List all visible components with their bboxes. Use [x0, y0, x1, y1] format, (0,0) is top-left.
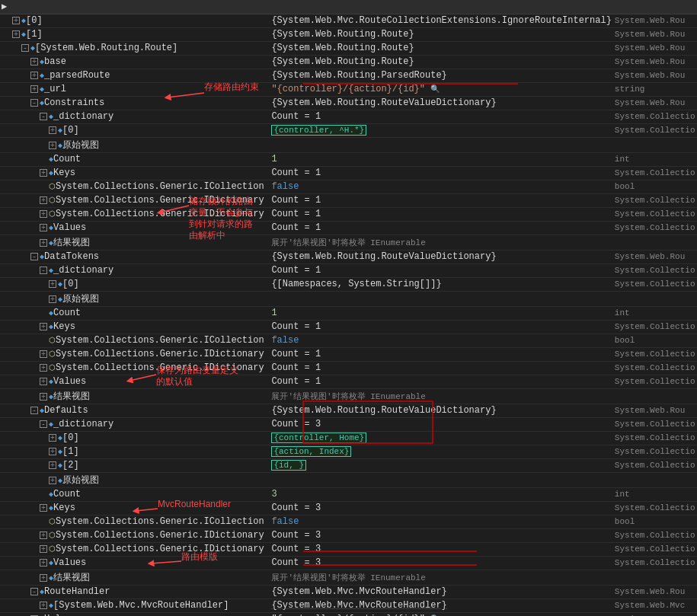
row-name: System.Collections.Generic.IDictionary [56, 349, 264, 359]
expand-icon[interactable] [40, 420, 47, 428]
row-name: RouteHandler [44, 586, 110, 597]
magnifier-icon[interactable]: 🔍 [430, 85, 440, 94]
expand-icon[interactable] [40, 196, 47, 204]
expand-icon[interactable] [40, 210, 47, 218]
table-row: ◆base{System.Web.Routing.Route}System.We… [0, 55, 697, 69]
expand-icon[interactable] [49, 126, 56, 134]
table-row: ◆结果视图展开'结果视图'时将枚举 IEnumerable [0, 570, 697, 585]
row-name-cell: ◆Defaults [0, 404, 270, 417]
expand-icon[interactable] [40, 113, 47, 120]
row-name-cell: ⬡System.Collections.Generic.IDictionary [0, 193, 270, 207]
row-name: [2] [62, 460, 79, 471]
expand-icon[interactable] [40, 504, 47, 512]
row-type-cell: System.Collectio [613, 528, 697, 542]
expand-icon[interactable] [49, 280, 56, 288]
expand-icon[interactable] [30, 588, 38, 595]
table-row: ◆[2]{id, }System.Collectio [0, 458, 697, 472]
expand-icon[interactable] [40, 364, 47, 372]
row-value-cell: Count = 3 [270, 556, 612, 570]
table-row: ◆[0]{[Namespaces, System.String[]]}Syste… [0, 277, 697, 291]
row-type-cell: System.Web.Rou [613, 69, 697, 82]
row-name-cell: ◆Constraints [0, 96, 270, 110]
row-name: Keys [53, 321, 75, 332]
row-name-cell: ⬡System.Collections.Generic.IDictionary [0, 207, 270, 221]
row-type-cell: System.Collectio [613, 458, 697, 472]
row-name-cell: ◆[1] [0, 445, 270, 458]
expand-icon[interactable] [40, 393, 47, 401]
row-type: bool [615, 182, 635, 191]
expand-icon[interactable] [12, 30, 20, 38]
expand-icon[interactable] [40, 169, 47, 177]
expand-icon[interactable] [40, 224, 47, 231]
expand-icon[interactable] [49, 448, 56, 455]
row-value-cell: {id, } [270, 458, 612, 472]
row-name-cell: ◆[System.Web.Routing.Route] [0, 41, 270, 55]
row-name: [0] [62, 125, 79, 136]
row-name: _dictionary [53, 419, 114, 429]
row-name: 原始视图 [62, 140, 99, 151]
expand-icon[interactable] [30, 72, 38, 79]
expand-icon[interactable] [12, 17, 20, 24]
expand-icon[interactable] [30, 58, 38, 65]
table-row: ◆KeysCount = 1System.Collectio [0, 166, 697, 180]
expand-icon[interactable] [40, 574, 47, 582]
row-type-cell [613, 472, 697, 487]
row-name-cell: ◆结果视图 [0, 388, 270, 404]
expand-icon[interactable] [40, 559, 47, 567]
row-value-cell: false [270, 180, 612, 193]
row-value-cell: {controller, ^H.*} [270, 123, 612, 137]
table-row: ◆DataTokens{System.Web.Routing.RouteValu… [0, 250, 697, 263]
expand-icon[interactable] [49, 434, 56, 442]
expand-icon[interactable] [49, 477, 56, 484]
table-row: ◆原始视图 [0, 291, 697, 306]
expand-icon[interactable] [49, 295, 56, 303]
expand-icon[interactable] [30, 253, 38, 260]
row-type: System.Web.Rou [615, 406, 685, 415]
table-row: ⬡System.Collections.Generic.ICollectionf… [0, 334, 697, 347]
expand-icon[interactable] [40, 531, 47, 539]
row-name: [System.Web.Mvc.MvcRouteHandler] [53, 600, 229, 611]
expand-icon[interactable] [21, 44, 29, 52]
row-type-cell [613, 388, 697, 404]
row-type: System.Collectio [615, 558, 695, 567]
row-type: System.Collectio [615, 363, 695, 372]
row-type-cell: System.Collectio [613, 431, 697, 445]
table-row: ◆ValuesCount = 1System.Collectio [0, 221, 697, 235]
row-type: bool [615, 517, 635, 526]
row-name-cell: ⬡System.Collections.Generic.IDictionary [0, 361, 270, 375]
table-row: ◆Constraints{System.Web.Routing.RouteVal… [0, 96, 697, 110]
expand-icon[interactable] [40, 239, 47, 247]
row-name: Values [53, 222, 86, 233]
row-type-cell: System.Collectio [613, 375, 697, 388]
row-type: System.Collectio [615, 420, 695, 429]
row-name-cell: ◆Count [0, 306, 270, 320]
expand-icon[interactable] [49, 461, 56, 469]
row-type-cell: string [613, 82, 697, 96]
expand-icon[interactable] [40, 378, 47, 385]
row-name-cell: ◆结果视图 [0, 570, 270, 585]
expand-icon[interactable] [40, 323, 47, 330]
row-value-cell: Count = 1 [270, 221, 612, 235]
row-value-cell [270, 291, 612, 306]
row-name-cell: ◆Keys [0, 166, 270, 180]
expand-icon[interactable] [40, 350, 47, 358]
row-type-cell: System.Collectio [613, 556, 697, 570]
row-value-cell: {System.Web.Routing.ParsedRoute} [270, 69, 612, 82]
row-value-cell: Count = 1 [270, 375, 612, 388]
row-name: base [44, 56, 66, 67]
expand-icon[interactable] [49, 142, 56, 149]
row-type-cell: System.Web.Rou [613, 14, 697, 27]
expand-icon[interactable] [40, 267, 47, 274]
row-type: System.Collectio [615, 322, 695, 331]
expand-icon[interactable] [40, 545, 47, 553]
row-value-cell: Count = 1 [270, 110, 612, 123]
tree-body: ◆[0]{System.Web.Mvc.RouteCollectionExten… [0, 14, 697, 616]
expand-icon[interactable] [30, 407, 38, 414]
expand-icon[interactable] [30, 85, 38, 93]
row-name-cell: ◆[0] [0, 123, 270, 137]
row-type-cell: System.Collectio [613, 361, 697, 375]
expand-icon[interactable] [30, 99, 38, 107]
table-row: ⬡System.Collections.Generic.IDictionaryC… [0, 528, 697, 542]
row-name-cell: ◆[1] [0, 27, 270, 41]
expand-icon[interactable] [40, 602, 47, 609]
